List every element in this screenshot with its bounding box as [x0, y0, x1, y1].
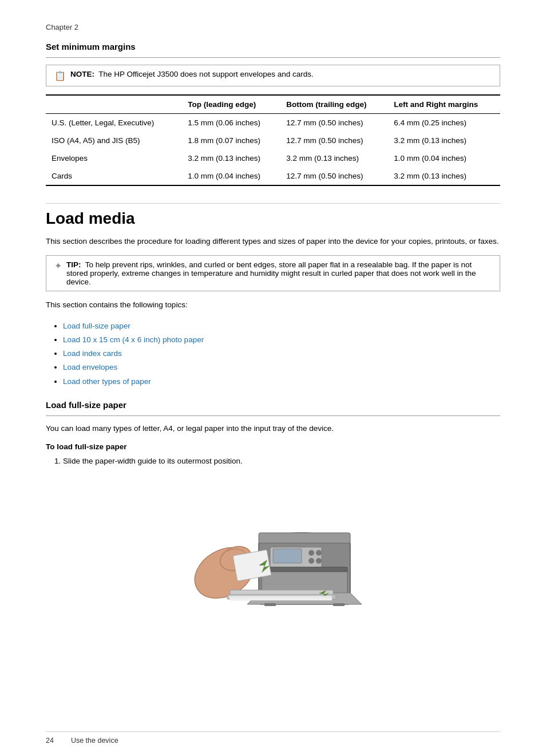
col-header-lr: Left and Right margins — [388, 95, 500, 114]
footer-page-number: 24 — [46, 737, 54, 745]
svg-rect-22 — [230, 598, 332, 600]
top-iso: 1.8 mm (0.07 inches) — [182, 132, 280, 149]
svg-rect-3 — [273, 549, 302, 563]
load-full-size-body: You can load many types of letter, A4, o… — [46, 423, 500, 434]
to-load-full-size-heading: To load full-size paper — [46, 442, 500, 451]
tip-label: TIP: — [66, 260, 81, 269]
col-header-bottom: Bottom (trailing edge) — [280, 95, 388, 114]
svg-point-4 — [308, 550, 314, 556]
list-item: Load other types of paper — [63, 375, 500, 389]
divider — [46, 415, 500, 416]
svg-rect-8 — [262, 567, 347, 572]
media-type-cards: Cards — [46, 167, 182, 185]
note-content: NOTE: The HP Officejet J3500 does not su… — [70, 70, 314, 78]
list-item: Load 10 x 15 cm (4 x 6 inch) photo paper — [63, 333, 500, 347]
note-box: 📋 NOTE: The HP Officejet J3500 does not … — [46, 65, 500, 86]
table-row: U.S. (Letter, Legal, Executive) 1.5 mm (… — [46, 114, 500, 132]
load-full-size-heading: Load full-size paper — [46, 400, 500, 410]
load-full-size-section: Load full-size paper You can load many t… — [46, 400, 500, 616]
note-text: The HP Officejet J3500 does not support … — [98, 70, 314, 78]
load-media-intro: This section describes the procedure for… — [46, 236, 500, 247]
step-1: Slide the paper-width guide to its outer… — [63, 456, 500, 467]
lr-iso: 3.2 mm (0.13 inches) — [388, 132, 500, 149]
printer-svg — [167, 478, 379, 616]
col-header-top: Top (leading edge) — [182, 95, 280, 114]
top-us: 1.5 mm (0.06 inches) — [182, 114, 280, 132]
footer: 24 Use the device — [46, 731, 500, 745]
set-minimum-margins-heading: Set minimum margins — [46, 42, 500, 52]
svg-rect-13 — [333, 603, 345, 606]
top-envelopes: 3.2 mm (0.13 inches) — [182, 149, 280, 167]
note-icon: 📋 — [54, 70, 66, 81]
lr-cards: 3.2 mm (0.13 inches) — [388, 167, 500, 185]
chapter-label: Chapter 2 — [46, 23, 500, 31]
table-row: Envelopes 3.2 mm (0.13 inches) 3.2 mm (0… — [46, 149, 500, 167]
media-type-iso: ISO (A4, A5) and JIS (B5) — [46, 132, 182, 149]
list-item: Load full-size paper — [63, 319, 500, 333]
footer-text: Use the device — [71, 737, 118, 745]
link-load-photo[interactable]: Load 10 x 15 cm (4 x 6 inch) photo paper — [63, 335, 204, 344]
steps-list: Slide the paper-width guide to its outer… — [63, 456, 500, 467]
svg-point-5 — [316, 550, 322, 556]
topics-intro: This section contains the following topi… — [46, 299, 500, 311]
svg-point-6 — [308, 558, 314, 564]
table-row: ISO (A4, A5) and JIS (B5) 1.8 mm (0.07 i… — [46, 132, 500, 149]
link-load-envelopes[interactable]: Load envelopes — [63, 363, 117, 371]
tip-text: To help prevent rips, wrinkles, and curl… — [66, 260, 476, 286]
table-row: Cards 1.0 mm (0.04 inches) 12.7 mm (0.50… — [46, 167, 500, 185]
svg-rect-12 — [264, 603, 276, 606]
link-load-other[interactable]: Load other types of paper — [63, 377, 151, 386]
bottom-envelopes: 3.2 mm (0.13 inches) — [280, 149, 388, 167]
bottom-iso: 12.7 mm (0.50 inches) — [280, 132, 388, 149]
divider — [46, 57, 500, 58]
tip-box: ✦ TIP: To help prevent rips, wrinkles, a… — [46, 255, 500, 291]
lr-envelopes: 1.0 mm (0.04 inches) — [388, 149, 500, 167]
top-cards: 1.0 mm (0.04 inches) — [182, 167, 280, 185]
svg-rect-16 — [233, 550, 271, 581]
bottom-us: 12.7 mm (0.50 inches) — [280, 114, 388, 132]
load-media-heading: Load media — [46, 203, 500, 228]
media-type-us: U.S. (Letter, Legal, Executive) — [46, 114, 182, 132]
tip-content: TIP: To help prevent rips, wrinkles, and… — [66, 260, 492, 286]
svg-point-7 — [316, 558, 322, 564]
bottom-cards: 12.7 mm (0.50 inches) — [280, 167, 388, 185]
lr-us: 6.4 mm (0.25 inches) — [388, 114, 500, 132]
tip-icon: ✦ — [54, 260, 62, 271]
margins-table: Top (leading edge) Bottom (trailing edge… — [46, 94, 500, 186]
link-load-full-size[interactable]: Load full-size paper — [63, 322, 130, 330]
note-label: NOTE: — [70, 70, 94, 78]
link-load-index[interactable]: Load index cards — [63, 349, 122, 358]
topic-list: Load full-size paper Load 10 x 15 cm (4 … — [63, 319, 500, 389]
list-item: Load index cards — [63, 347, 500, 361]
list-item: Load envelopes — [63, 361, 500, 374]
media-type-envelopes: Envelopes — [46, 149, 182, 167]
svg-rect-9 — [259, 533, 350, 543]
set-minimum-margins-section: Set minimum margins 📋 NOTE: The HP Offic… — [46, 42, 500, 186]
printer-illustration — [46, 478, 500, 616]
load-media-section: Load media This section describes the pr… — [46, 203, 500, 616]
col-header-type — [46, 95, 182, 114]
